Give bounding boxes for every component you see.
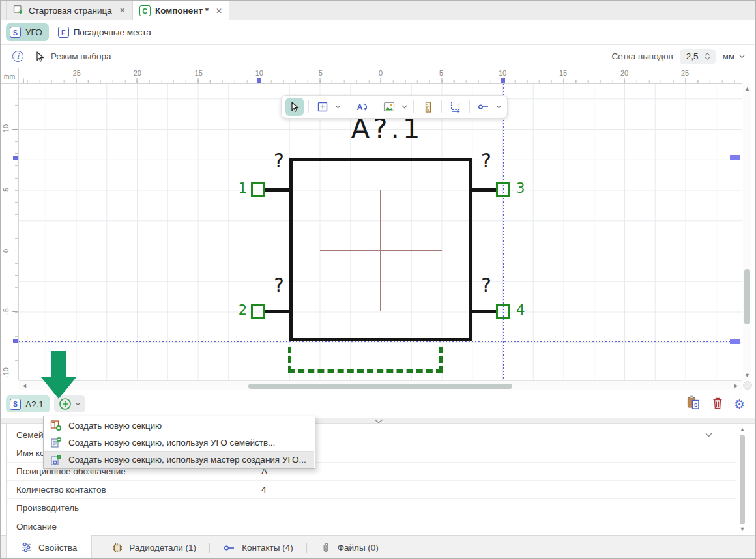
select-cursor-icon [34,51,46,63]
scroll-up-icon[interactable]: ▲ [743,84,751,92]
stepper-arrows-icon[interactable] [705,53,710,60]
pin-line[interactable] [472,188,496,192]
unit-dropdown[interactable]: мм [722,51,745,61]
svg-text:S: S [694,402,698,408]
paste-icon[interactable]: S [686,395,701,413]
chevron-down-icon [335,105,341,109]
scroll-down-icon[interactable]: ▼ [743,373,751,379]
tab-radio-parts[interactable]: Радиодетали (1) [100,536,208,559]
scroll-down-icon[interactable]: ▼ [740,526,746,532]
property-label: Производитель [16,503,79,513]
selection-guide-vertical [259,84,259,380]
pin-number[interactable]: 1 [230,180,247,196]
pin-tool-dropdown[interactable] [495,105,503,109]
scroll-up-icon[interactable]: ▲ [740,427,746,433]
image-tool-dropdown[interactable] [400,105,409,109]
tab-files[interactable]: Файлы (0) [308,536,390,559]
measure-tool-button[interactable] [418,98,437,116]
ruler-label: 10 [2,115,11,141]
properties-scrollbar[interactable]: ▲ ▼ [738,427,746,532]
settings-gear-icon[interactable]: ⚙ [734,398,745,410]
footprint-badge-icon: F [58,27,69,38]
pin-terminal-square[interactable] [251,304,265,319]
text-tool-button[interactable]: A [352,98,370,116]
pin-grid-label: Сетка выводов [612,51,673,61]
ruler-label: 5 [2,177,11,203]
menu-item-create-section-wizard[interactable]: Создать новую секцию, используя мастер с… [44,451,314,468]
chevron-down-icon[interactable] [705,433,712,437]
pin-icon [223,541,236,554]
pin-line[interactable] [265,188,289,192]
pin-name-label[interactable]: ? [269,274,289,296]
pin-line[interactable] [472,310,496,313]
ruler-label: -15 [184,69,211,77]
ruler-label: 15 [550,69,576,77]
pin-grid-stepper[interactable]: 2,5 [680,49,716,64]
delete-icon[interactable] [711,396,724,412]
close-icon[interactable]: ✕ [119,6,126,15]
view-switch-row: S УГО F Посадочные места [1,20,755,45]
pin-grid-tool-dropdown[interactable] [334,105,342,109]
canvas-content[interactable]: A?.1 ? ? ? ? 1 2 3 4 [19,84,742,380]
select-tool-button[interactable] [285,98,304,116]
pin-grid-tool-button[interactable] [313,98,332,116]
property-label: Количество контактов [16,485,106,494]
tab-component[interactable]: C Компонент * ✕ [133,1,229,21]
selection-handle[interactable] [730,155,740,160]
pin-terminal-square[interactable] [496,182,510,197]
symbol-badge-icon: S [10,27,21,38]
scroll-right-icon[interactable]: ► [733,383,739,389]
pin-terminal-square[interactable] [251,182,265,197]
chevron-down-icon [496,105,502,109]
chevron-down-icon [401,105,407,109]
mode-label: Режим выбора [51,51,111,61]
vertical-scroll-thumb[interactable] [744,269,750,324]
pin-name-label[interactable]: ? [269,149,289,172]
pin-icon [477,100,490,113]
tab-label: Компонент * [155,6,209,16]
pin-number[interactable]: 4 [516,302,533,318]
ruler-label: -5 [2,298,11,324]
selection-ruler-marker [13,339,18,343]
tab-label: Стартовая страница [29,6,112,16]
selection-handle[interactable] [730,339,740,344]
selection-ruler-marker [257,78,261,83]
image-tool-button[interactable] [380,98,398,116]
pin-tool-button[interactable] [474,98,493,116]
pin-number[interactable]: 2 [230,302,247,318]
horizontal-scroll-thumb[interactable] [248,384,512,389]
ruler-label: 5 [428,69,454,77]
pin-terminal-square[interactable] [496,304,510,319]
menu-item-create-section[interactable]: Создать новую секцию [44,417,314,434]
pin-line[interactable] [265,310,289,313]
horizontal-scrollbar[interactable]: ◄ ► [19,380,742,390]
tab-properties[interactable]: Свойства [6,535,92,559]
create-section-from-family-ugo-icon [50,437,62,448]
view-tab-ugo[interactable]: S УГО [6,23,49,41]
tab-label: Файлы (0) [338,543,379,552]
ruler-label: -10 [2,360,11,386]
collapse-chevron-icon [374,419,383,423]
bottom-tab-bar: Свойства Радиодетали (1) Контакты (4) Фа… [1,535,755,559]
property-row[interactable]: Производитель [7,499,736,517]
horizontal-ruler: -25 -20 -15 -10 -5 0 5 10 15 20 25 [19,68,742,84]
pin-number[interactable]: 3 [516,180,533,196]
property-row[interactable]: Количество контактов 4 [7,481,736,499]
pin-name-label[interactable]: ? [476,274,496,296]
properties-scroll-thumb[interactable] [740,435,745,524]
canvas-tool-palette: A [281,95,508,119]
info-icon[interactable]: i [12,51,23,62]
close-icon[interactable]: ✕ [216,7,222,16]
scroll-left-icon[interactable]: ◄ [22,383,27,389]
chevron-down-icon [739,55,745,59]
tab-contacts[interactable]: Контакты (4) [211,536,305,559]
view-tab-footprints[interactable]: F Посадочные места [54,23,158,41]
property-row[interactable]: Описание [7,517,736,536]
tab-start-page[interactable]: Стартовая страница ✕ [6,1,133,20]
tab-label: Радиодетали (1) [129,543,196,552]
pin-name-label[interactable]: ? [476,149,496,172]
transform-tool-button[interactable] [446,98,465,116]
menu-item-create-section-family-ugo[interactable]: Создать новую секцию, используя УГО семе… [44,434,314,451]
vertical-scrollbar[interactable]: ▲ ▼ [743,84,751,380]
app-window: Стартовая страница ✕ C Компонент * ✕ S У… [0,0,756,559]
